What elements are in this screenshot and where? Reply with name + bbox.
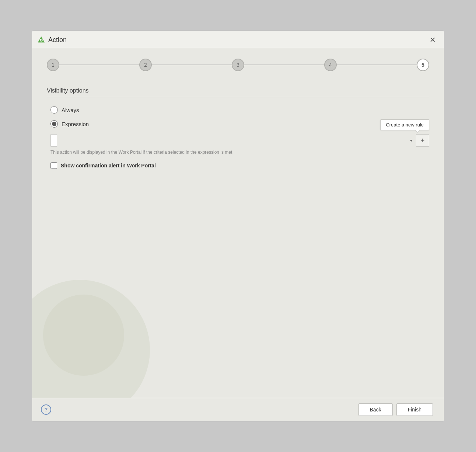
step-1[interactable]: 1	[47, 59, 59, 71]
dialog-footer: ? Back Finish	[32, 398, 444, 421]
back-button[interactable]: Back	[358, 403, 393, 416]
title-area: Action	[37, 36, 67, 44]
expression-select-wrapper	[50, 134, 416, 147]
expression-input-row: +	[50, 134, 429, 147]
confirmation-checkbox[interactable]	[50, 162, 57, 169]
steps-track: 1 2 3 4 5	[47, 59, 429, 71]
step-3[interactable]: 3	[232, 59, 244, 71]
options-area: Always Expression Create a new rule +	[47, 106, 429, 169]
expression-label: Expression	[62, 121, 89, 127]
add-expression-button[interactable]: +	[416, 134, 429, 147]
section-title: Visibility options	[47, 87, 429, 94]
close-button[interactable]: ✕	[427, 35, 438, 44]
always-radio[interactable]	[50, 106, 58, 114]
always-label: Always	[62, 107, 79, 113]
bg-decoration-2	[43, 295, 124, 376]
expression-radio-row: Expression Create a new rule	[50, 120, 429, 128]
section-divider	[47, 97, 429, 97]
confirmation-label: Show confirmation alert in Work Portal	[61, 163, 156, 168]
create-rule-button[interactable]: Create a new rule	[380, 119, 429, 130]
help-button[interactable]: ?	[41, 404, 51, 415]
footer-right: Back Finish	[358, 403, 433, 416]
wizard-steps: 1 2 3 4 5	[32, 48, 444, 79]
step-4[interactable]: 4	[324, 59, 337, 71]
dialog-content: Visibility options Always Expression Cre…	[32, 79, 444, 398]
step-2[interactable]: 2	[139, 59, 152, 71]
confirmation-checkbox-row: Show confirmation alert in Work Portal	[50, 162, 429, 169]
footer-left: ?	[41, 404, 51, 415]
finish-button[interactable]: Finish	[396, 403, 433, 416]
always-radio-row: Always	[50, 106, 429, 114]
dialog-title: Action	[48, 36, 67, 44]
svg-point-2	[41, 39, 42, 41]
hint-text: This action will be displayed in the Wor…	[50, 150, 429, 155]
expression-label-area: Expression	[50, 120, 429, 128]
dialog-header: Action ✕	[32, 31, 444, 48]
app-logo-icon	[37, 36, 45, 44]
expression-select[interactable]	[50, 134, 57, 147]
expression-radio[interactable]	[50, 120, 58, 128]
action-dialog: Action ✕ 1 2 3 4 5	[32, 31, 444, 421]
step-5[interactable]: 5	[417, 59, 429, 71]
